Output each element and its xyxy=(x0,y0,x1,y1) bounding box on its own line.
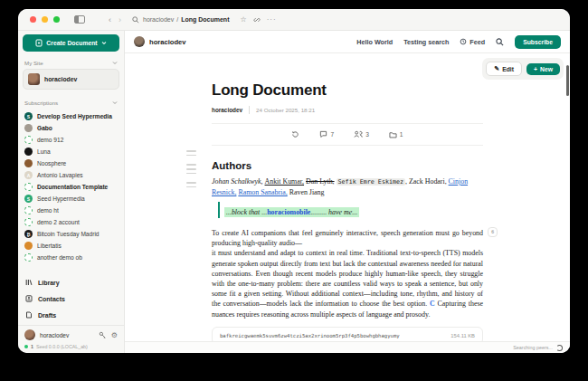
attachment-size: 154.11 KB xyxy=(450,333,475,338)
sidebar-item-demo-ht[interactable]: demo ht xyxy=(23,205,119,216)
sidebar: Create Document My Site horaciodev Subsc… xyxy=(18,31,125,353)
byline: horaciodev 24 October 2025, 18:21 xyxy=(212,106,483,114)
create-document-button[interactable]: Create Document xyxy=(23,34,119,52)
list-item-label: Noosphere xyxy=(37,160,66,167)
zoom-window-button[interactable] xyxy=(53,16,60,23)
app-window: ‹ › horaciodev / Long Document ☆ ··· Cre… xyxy=(18,9,570,353)
list-item-label: Bitcoin Tuesday Madrid xyxy=(37,231,100,237)
subscribe-button[interactable]: Subscribe xyxy=(515,35,561,49)
sidebar-item-libertatis[interactable]: Libertatis xyxy=(23,240,119,252)
location-bar[interactable]: horaciodev / Long Document xyxy=(132,16,229,24)
gear-icon[interactable]: ⚙ xyxy=(111,331,118,339)
search-icon[interactable] xyxy=(496,38,504,46)
my-site-section[interactable]: My Site xyxy=(24,60,118,66)
sidebar-item-antonio-lavapies[interactable]: A Antonio Lavapies xyxy=(23,169,119,181)
library-icon xyxy=(25,279,33,286)
sidebar-item-contacts[interactable]: Contacts xyxy=(23,291,119,307)
author-sefik: Sefik Emre Eskimez xyxy=(337,178,405,186)
sidebar-item-develop-seed-hypermedia[interactable]: S Develop Seed Hypermedia xyxy=(23,110,119,122)
sidebar-item-another-demo-ob[interactable]: another demo ob xyxy=(23,252,119,263)
document-toolbar: ✎ Edit + New xyxy=(482,58,564,80)
version-history-button[interactable] xyxy=(291,130,299,138)
highlighted-text: ...block that ...horaciomobile......... … xyxy=(224,207,359,217)
scrollbar-thumb[interactable] xyxy=(566,65,569,96)
sidebar-item-seed-hypermedia[interactable]: S Seed Hypermedia xyxy=(23,193,119,205)
comments-button[interactable]: 7 xyxy=(319,130,334,138)
sidebar-item-my-site[interactable]: horaciodev xyxy=(23,69,119,90)
minimize-window-button[interactable] xyxy=(42,16,48,23)
online-status-icon xyxy=(24,345,28,348)
pencil-icon: ✎ xyxy=(494,65,499,72)
quote-dots: ......... xyxy=(310,208,327,216)
account-footer[interactable]: horaciodev ⚙ xyxy=(18,325,124,344)
avatar xyxy=(28,73,40,85)
author-raven: Raven Jiang xyxy=(288,188,325,196)
sidebar-item-gabo[interactable]: Gabo xyxy=(23,122,119,134)
directory-button[interactable]: 1 xyxy=(389,130,403,138)
forward-button[interactable]: › xyxy=(119,15,121,24)
breadcrumb-site[interactable]: horaciodev xyxy=(143,16,174,23)
comment-count-badge[interactable]: 6 xyxy=(488,227,498,237)
breadcrumb: horaciodev / Long Document xyxy=(143,16,229,23)
author-ramon-link[interactable]: Ramon Sanabria, xyxy=(238,188,287,196)
author-name[interactable]: horaciodev xyxy=(212,107,242,113)
site-identity[interactable]: horaciodev xyxy=(134,36,186,47)
favorite-star-icon[interactable]: ☆ xyxy=(240,16,246,24)
copy-link-icon[interactable] xyxy=(253,16,261,24)
attachment-row[interactable]: bafkreicgwaemk5suvm6zw4tczi5ax2xrinoom5r… xyxy=(212,327,483,341)
comments-count: 7 xyxy=(330,131,334,138)
sidebar-item-noosphere[interactable]: Noosphere xyxy=(23,157,119,169)
breadcrumb-document[interactable]: Long Document xyxy=(181,16,229,23)
window-controls xyxy=(30,16,60,23)
close-window-button[interactable] xyxy=(30,16,36,23)
history-icon xyxy=(291,130,299,138)
edit-button[interactable]: ✎ Edit xyxy=(486,62,522,76)
list-item-label: Develop Seed Hypermedia xyxy=(37,113,112,119)
sidebar-item-luna[interactable]: Luna xyxy=(23,146,119,157)
key-icon[interactable] xyxy=(99,331,107,339)
author-zack: , Zack Hodari, xyxy=(405,177,449,186)
search-icon xyxy=(132,16,139,24)
site-avatar-icon xyxy=(24,206,33,214)
new-button[interactable]: + New xyxy=(526,63,560,75)
sidebar-toggle-icon[interactable] xyxy=(74,15,85,24)
sidebar-item-library[interactable]: Library xyxy=(23,274,119,291)
site-avatar-icon xyxy=(24,218,33,226)
subscriptions-label: Subscriptions xyxy=(24,100,58,106)
spinner-icon xyxy=(556,345,563,351)
chevron-down-icon xyxy=(112,61,118,65)
section-heading-authors: Authors xyxy=(212,160,483,171)
main-panel: horaciodev Hello World Testing search Fe… xyxy=(125,31,570,353)
sidebar-item-bitcoin-tuesday-madrid[interactable]: ₿ Bitcoin Tuesday Madrid xyxy=(23,228,119,240)
page-title: Long Document xyxy=(212,81,483,100)
nav-link-testing-search[interactable]: Testing search xyxy=(403,38,449,46)
nav-link-hello-world[interactable]: Hello World xyxy=(356,38,393,46)
back-button[interactable]: ‹ xyxy=(109,15,111,24)
sidebar-item-demo-2-account[interactable]: demo 2 account xyxy=(23,216,119,228)
collaborators-button[interactable]: 3 xyxy=(354,130,369,138)
block-drag-handles[interactable] xyxy=(186,150,196,187)
mention-link-horaciomobile[interactable]: horaciomobile xyxy=(267,208,310,216)
author-dan: Dan Lyth, xyxy=(306,177,335,186)
subscriptions-section[interactable]: Subscriptions xyxy=(24,100,118,106)
site-avatar-icon xyxy=(24,159,33,167)
site-avatar-icon: ₿ xyxy=(24,230,33,238)
list-item-label: Documentation Template xyxy=(37,184,108,190)
nav-link-feed[interactable]: Feed xyxy=(460,38,485,46)
more-options-icon[interactable]: ··· xyxy=(267,15,277,24)
sidebar-item-demo-912[interactable]: demo 912 xyxy=(23,134,119,146)
window-titlebar: ‹ › horaciodev / Long Document ☆ ··· xyxy=(18,9,570,31)
contacts-label: Contacts xyxy=(38,296,65,302)
author-ankit: Ankit Kumar, xyxy=(265,177,305,186)
site-name-label: horaciodev xyxy=(44,76,77,82)
sidebar-item-drafts[interactable]: Drafts xyxy=(23,307,119,323)
publish-date: 24 October 2025, 18:21 xyxy=(256,107,315,113)
authors-paragraph: Johan Schalkwyk, Ankit Kumar, Dan Lyth, … xyxy=(212,176,483,198)
subscriptions-list: S Develop Seed Hypermedia Gabo demo 912 … xyxy=(23,110,119,263)
feed-label: Feed xyxy=(469,38,485,46)
attachment-cid: bafkreicgwaemk5suvm6zw4tczi5ax2xrinoom5r… xyxy=(220,333,443,338)
edit-label: Edit xyxy=(502,66,514,72)
sidebar-item-documentation-template[interactable]: Documentation Template xyxy=(23,181,119,193)
document-scroll-area[interactable]: ✎ Edit + New Long Document horaciodev xyxy=(125,53,570,341)
account-name: horaciodev xyxy=(40,332,94,338)
